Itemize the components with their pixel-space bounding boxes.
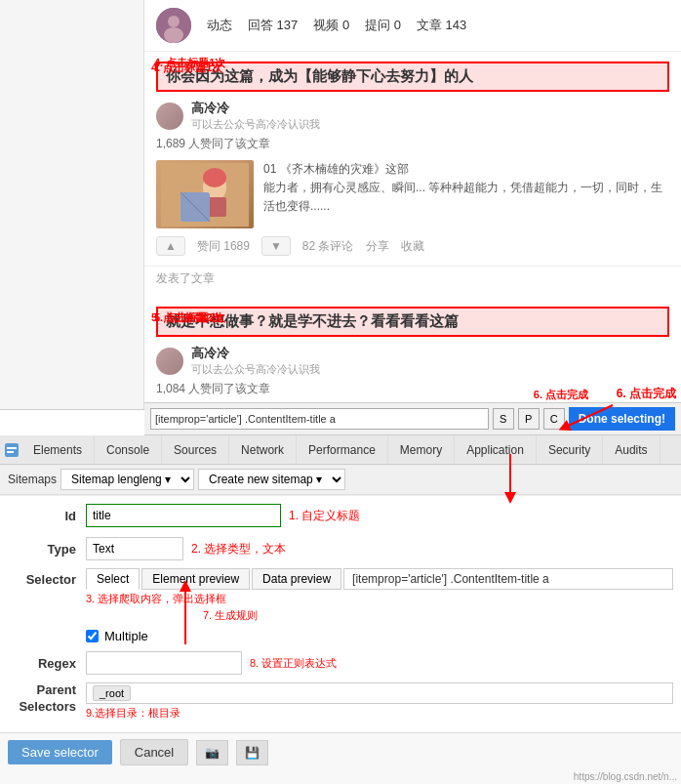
article-likes-1: 1,689 人赞同了该文章 xyxy=(156,136,669,152)
profile-nav: 动态 回答 137 视频 0 提问 0 文章 143 xyxy=(144,0,681,52)
nav-video[interactable]: 视频 0 xyxy=(313,17,349,34)
author-info-1: 高冷冷 可以去公众号高冷冷认识我 xyxy=(191,100,320,132)
id-label: Id xyxy=(8,509,86,523)
nav-answer[interactable]: 回答 137 xyxy=(248,17,298,34)
devtools-tabs: Elements Console Sources Network Perform… xyxy=(0,435,681,465)
regex-label: Regex xyxy=(8,656,86,671)
article-body-1: 01 《齐木楠雄的灾难》这部 能力者，拥有心灵感应、瞬间... 等种种超能力，凭… xyxy=(156,160,669,228)
parent-selectors-row: Parent Selectors _root 9.选择目录：根目录 xyxy=(8,682,673,721)
type-row: Type 2. 选择类型，文本 xyxy=(8,535,673,562)
author-row-2: 高冷冷 可以去公众号高冷冷认识我 xyxy=(156,345,669,377)
multiple-label: Multiple xyxy=(104,629,148,643)
icon-btn-2[interactable]: 💾 xyxy=(236,740,268,765)
watermark: https://blog.csdn.net/n... xyxy=(574,771,677,782)
svg-point-2 xyxy=(164,27,183,43)
publish-label: 发表了文章 xyxy=(144,267,681,291)
author-row-1: 高冷冷 可以去公众号高冷冷认识我 xyxy=(156,100,669,132)
author-desc-1: 可以去公众号高冷冷认识我 xyxy=(191,117,320,132)
regex-input[interactable] xyxy=(86,651,242,675)
tab-audits[interactable]: Audits xyxy=(603,435,660,464)
id-input[interactable] xyxy=(86,504,281,527)
devtools-nav: Sitemaps Sitemap lengleng ▾ Create new s… xyxy=(0,465,681,495)
icon-btn-1[interactable]: 📷 xyxy=(196,740,228,765)
comments-1[interactable]: 82 条评论 xyxy=(302,238,354,255)
devtools-icon xyxy=(5,443,19,457)
collect-1[interactable]: 收藏 xyxy=(401,238,424,255)
btn-p[interactable]: P xyxy=(518,408,540,430)
selector-input[interactable] xyxy=(150,408,489,430)
vote-count-1: 赞同 1689 xyxy=(197,238,250,255)
svg-point-1 xyxy=(168,16,180,27)
article-title-2[interactable]: 就是不想做事？就是学不进去？看看看看这篇 xyxy=(156,307,669,337)
author-name-1: 高冷冷 xyxy=(191,100,320,117)
btn-s[interactable]: S xyxy=(493,408,514,430)
nav-sitemap-select[interactable]: Sitemap lengleng ▾ xyxy=(60,469,194,490)
tab-select[interactable]: Select xyxy=(86,568,140,590)
article-thumb-1 xyxy=(156,160,254,228)
regex-row: Regex 8. 设置正则表达式 xyxy=(8,649,673,677)
annotation-done: 6. 点击完成 xyxy=(617,386,676,402)
article-actions-1: ▲ 赞同 1689 ▼ 82 条评论 分享 收藏 xyxy=(156,236,669,256)
svg-rect-10 xyxy=(7,447,17,449)
nav-article[interactable]: 文章 143 xyxy=(417,17,466,34)
parent-selectors-box[interactable]: _root xyxy=(86,682,673,704)
parent-panel: _root 9.选择目录：根目录 xyxy=(86,682,673,721)
multiple-row: Multiple xyxy=(8,629,673,643)
author-name-2: 高冷冷 xyxy=(191,345,320,362)
nav-sitemaps[interactable]: Sitemaps xyxy=(8,473,57,486)
thumb-inner-1 xyxy=(156,160,254,228)
content-area: 动态 回答 137 视频 0 提问 0 文章 143 4. 点击标题1次 4. … xyxy=(144,0,681,410)
id-row: Id 1. 自定义标题 xyxy=(8,502,673,529)
type-annotation: 2. 选择类型，文本 xyxy=(191,541,286,557)
article-title-1[interactable]: 你会因为这篇，成为【能够静下心去努力】的人 xyxy=(156,62,669,92)
svg-rect-11 xyxy=(7,451,14,453)
root-tag: _root xyxy=(93,685,131,701)
type-input[interactable] xyxy=(86,537,183,560)
author-avatar-1 xyxy=(156,103,183,130)
nav-question[interactable]: 提问 0 xyxy=(365,17,401,34)
multiple-checkbox[interactable] xyxy=(86,630,99,642)
tab-application[interactable]: Application xyxy=(455,435,537,464)
article-card-2: 就是不想做事？就是学不进去？看看看看这篇 高冷冷 可以去公众号高冷冷认识我 1,… xyxy=(144,297,681,408)
cancel-btn[interactable]: Cancel xyxy=(120,739,188,765)
browser-content: 动态 回答 137 视频 0 提问 0 文章 143 4. 点击标题1次 4. … xyxy=(0,0,681,410)
bottom-actions: Save selector Cancel 📷 💾 xyxy=(0,732,681,771)
nav-create-sitemap[interactable]: Create new sitemap ▾ xyxy=(198,469,345,490)
author-avatar-2 xyxy=(156,348,183,375)
parent-label: Parent Selectors xyxy=(8,682,86,716)
tab-sources[interactable]: Sources xyxy=(162,435,229,464)
btn-c[interactable]: C xyxy=(543,408,565,430)
type-label: Type xyxy=(8,542,86,557)
selector-panel: Select Element preview Data preview [ite… xyxy=(86,568,673,623)
article-text-1: 01 《齐木楠雄的灾难》这部 能力者，拥有心灵感应、瞬间... 等种种超能力，凭… xyxy=(263,160,669,228)
profile-avatar xyxy=(156,8,191,43)
regex-annotation: 8. 设置正则表达式 xyxy=(250,656,337,671)
parent-annotation: 9.选择目录：根目录 xyxy=(86,706,673,721)
tab-memory[interactable]: Memory xyxy=(388,435,455,464)
selector-tab-row: Select Element preview Data preview [ite… xyxy=(86,568,673,590)
nav-dynamic[interactable]: 动态 xyxy=(207,17,232,34)
vote-up-btn-1[interactable]: ▲ xyxy=(156,236,185,256)
tab-elements[interactable]: Elements xyxy=(21,435,95,464)
author-desc-2: 可以去公众号高冷冷认识我 xyxy=(191,362,320,377)
generate-annotation: 7. 生成规则 xyxy=(203,608,673,623)
tab-console[interactable]: Console xyxy=(95,435,162,464)
selector-bar: S P C Done selecting! xyxy=(144,402,681,435)
tab-security[interactable]: Security xyxy=(537,435,603,464)
tab-data-preview[interactable]: Data preview xyxy=(252,568,341,590)
selector-value-display: [itemprop='article'] .ContentItem-title … xyxy=(343,568,673,590)
save-selector-btn[interactable]: Save selector xyxy=(8,740,112,764)
ann5: 5. 点击标题2次 xyxy=(151,310,222,325)
devtools-panel: Elements Console Sources Network Perform… xyxy=(0,435,681,784)
sidebar-left xyxy=(0,0,144,410)
selector-row: Selector Select Element preview Data pre… xyxy=(8,568,673,623)
author-info-2: 高冷冷 可以去公众号高冷冷认识我 xyxy=(191,345,320,377)
tab-performance[interactable]: Performance xyxy=(297,435,388,464)
done-selecting-btn[interactable]: Done selecting! xyxy=(569,407,675,431)
share-1[interactable]: 分享 xyxy=(366,238,389,255)
tab-network[interactable]: Network xyxy=(229,435,297,464)
tab-element-preview[interactable]: Element preview xyxy=(141,568,250,590)
article-card-1: 4. 点击标题1次 你会因为这篇，成为【能够静下心去努力】的人 高冷冷 可以去公… xyxy=(144,52,681,267)
vote-down-btn-1[interactable]: ▼ xyxy=(261,236,291,256)
selector-label: Selector xyxy=(8,568,86,587)
